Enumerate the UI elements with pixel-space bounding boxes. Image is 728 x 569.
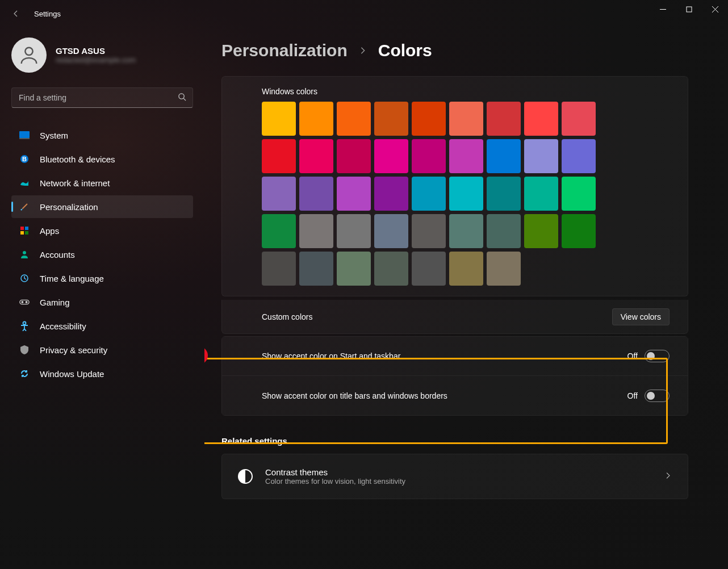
breadcrumb-current: Colors [378,41,432,60]
color-swatch[interactable] [487,177,521,211]
color-swatch[interactable] [562,177,596,211]
windows-colors-label: Windows colors [262,87,688,96]
color-swatch[interactable] [412,177,446,211]
custom-colors-label: Custom colors [262,312,312,321]
toggle-state-text: Off [627,352,638,361]
nav-icon [19,369,30,379]
profile-block[interactable]: GTSD ASUS redacted@example.com [11,37,193,73]
color-swatch[interactable] [524,102,558,136]
sidebar-item-gaming[interactable]: Gaming [11,291,193,313]
color-swatch[interactable] [337,177,371,211]
breadcrumb: Personalization Colors [221,41,688,60]
color-swatch[interactable] [262,252,296,286]
color-swatch[interactable] [337,252,371,286]
svg-rect-7 [19,131,30,138]
contrast-themes-card[interactable]: Contrast themes Color themes for low vis… [221,454,688,499]
color-swatch[interactable] [299,102,333,136]
card-subtitle: Color themes for low vision, light sensi… [265,477,405,486]
color-swatch[interactable] [262,177,296,211]
svg-line-6 [183,98,186,101]
view-colors-button[interactable]: View colors [612,308,670,325]
color-swatch[interactable] [262,139,296,173]
nav-icon [19,202,30,212]
color-swatch[interactable] [299,252,333,286]
color-swatch[interactable] [374,177,408,211]
nav-icon [19,345,30,355]
back-button[interactable] [5,2,27,25]
sidebar-item-apps[interactable]: Apps [11,219,193,242]
contrast-icon [238,469,253,484]
sidebar-item-system[interactable]: System [11,124,193,147]
search-input[interactable] [11,87,193,108]
color-swatch[interactable] [487,139,521,173]
toggle-switch[interactable] [645,390,670,402]
minimize-button[interactable] [650,0,676,18]
color-swatch[interactable] [412,214,446,248]
color-swatch[interactable] [524,214,558,248]
svg-text:B: B [22,156,27,162]
color-swatch[interactable] [374,252,408,286]
color-swatch[interactable] [412,102,446,136]
color-swatch[interactable] [374,139,408,173]
sidebar-item-privacy-security[interactable]: Privacy & security [11,338,193,361]
svg-point-5 [179,94,184,99]
toggle-row-start-taskbar: Show accent color on Start and taskbar O… [221,336,688,376]
nav-label: Gaming [40,298,70,307]
nav-icon [19,130,30,140]
color-swatch[interactable] [562,102,596,136]
color-swatch[interactable] [374,214,408,248]
color-swatch[interactable] [449,214,483,248]
sidebar-item-network-internet[interactable]: Network & internet [11,171,193,194]
breadcrumb-parent[interactable]: Personalization [221,41,348,60]
nav-icon [19,297,30,307]
sidebar-item-accounts[interactable]: Accounts [11,243,193,266]
color-swatch[interactable] [562,214,596,248]
color-swatch[interactable] [487,214,521,248]
color-swatch[interactable] [449,102,483,136]
color-swatch[interactable] [299,139,333,173]
minimize-icon [660,6,666,12]
color-swatch[interactable] [299,214,333,248]
color-swatch[interactable] [487,252,521,286]
color-swatch[interactable] [299,177,333,211]
color-swatch[interactable] [262,214,296,248]
nav-label: Network & internet [40,178,110,188]
color-swatch[interactable] [262,102,296,136]
sidebar-item-personalization[interactable]: Personalization [11,195,193,218]
sidebar: GTSD ASUS redacted@example.com SystemBBl… [0,27,204,569]
nav-icon [19,321,30,331]
color-swatch[interactable] [524,177,558,211]
close-button[interactable] [702,0,728,18]
svg-rect-18 [20,300,29,304]
sidebar-item-time-language[interactable]: Time & language [11,267,193,290]
sidebar-item-windows-update[interactable]: Windows Update [11,362,193,385]
color-swatch[interactable] [524,139,558,173]
color-swatch[interactable] [487,102,521,136]
search-icon [178,93,186,103]
color-swatch[interactable] [337,102,371,136]
nav-icon [19,178,30,188]
color-swatch[interactable] [562,139,596,173]
nav-label: Personalization [40,202,98,212]
toggle-switch[interactable] [645,350,670,362]
color-swatch[interactable] [449,252,483,286]
toggle-row-title-bars: Show accent color on title bars and wind… [221,376,688,416]
sidebar-item-bluetooth-devices[interactable]: BBluetooth & devices [11,148,193,170]
color-swatch[interactable] [337,214,371,248]
title-bar: Settings [0,0,728,27]
chevron-right-icon [664,472,672,481]
color-swatch[interactable] [412,139,446,173]
maximize-button[interactable] [676,0,702,18]
color-swatch[interactable] [337,139,371,173]
color-swatch[interactable] [449,177,483,211]
sidebar-item-accessibility[interactable]: Accessibility [11,315,193,337]
color-swatch-grid [262,102,603,286]
color-swatch[interactable] [449,139,483,173]
nav-icon [19,225,30,236]
color-swatch[interactable] [374,102,408,136]
color-swatch[interactable] [412,252,446,286]
close-icon [712,6,718,12]
nav-icon [19,249,30,260]
toggle-label: Show accent color on Start and taskbar [262,352,400,361]
svg-rect-8 [19,138,30,139]
